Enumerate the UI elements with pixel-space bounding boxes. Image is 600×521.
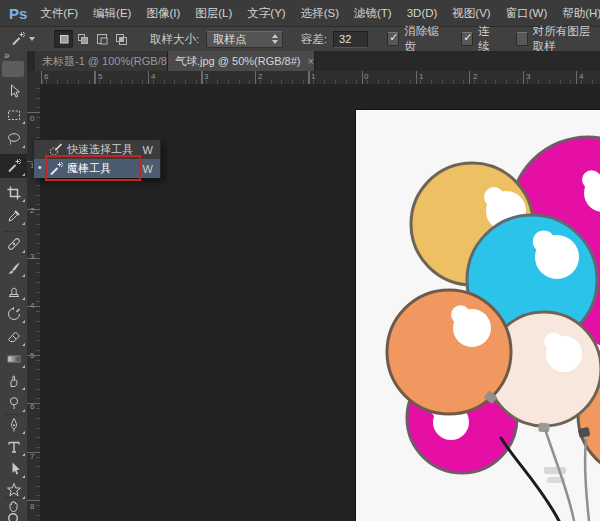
pen-tool[interactable] xyxy=(0,414,27,436)
flyout-indicator-icon xyxy=(22,222,25,225)
type-tool[interactable] xyxy=(0,436,27,458)
brush-tool[interactable] xyxy=(0,257,27,279)
ruler-label: 3 xyxy=(30,252,34,261)
move-tool[interactable] xyxy=(0,80,27,102)
flyout-indicator-icon xyxy=(22,274,25,277)
rectangular-marquee-tool[interactable] xyxy=(0,104,27,126)
spot-healing-brush-tool[interactable] xyxy=(0,233,27,255)
checkbox-连续[interactable]: 连续 xyxy=(461,24,497,54)
flyout-indicator-icon xyxy=(22,250,25,253)
flyout-indicator-icon xyxy=(22,409,25,412)
menu-i[interactable]: 图像(I) xyxy=(146,6,180,21)
balloon-image xyxy=(356,110,600,521)
ruler-label: 6 xyxy=(30,402,34,411)
toolbar-separator xyxy=(4,414,23,415)
menu-v[interactable]: 视图(V) xyxy=(452,6,490,21)
balloon-knot xyxy=(538,423,550,433)
ruler-label: 3 xyxy=(204,72,208,81)
ruler-corner xyxy=(27,71,41,85)
eraser-tool[interactable] xyxy=(0,326,27,348)
ruler-label: 2 xyxy=(473,72,477,81)
menu-items: 文件(F)编辑(E)图像(I)图层(L)文字(Y)选择(S)滤镜(T)3D(D)… xyxy=(40,6,600,21)
sample-size-dropdown[interactable]: 取样点 xyxy=(206,31,283,48)
checkbox-消除锯齿[interactable]: 消除锯齿 xyxy=(387,24,442,54)
checkbox-icon[interactable] xyxy=(516,32,528,46)
menu-dd[interactable]: 3D(D) xyxy=(407,7,438,19)
ruler-label: 6 xyxy=(44,72,48,81)
selection-mode-buttons xyxy=(54,30,130,48)
ruler-label: 1 xyxy=(419,72,423,81)
magic-wand-icon xyxy=(10,31,26,47)
tab-untitled-1[interactable]: 未标题-1 @ 100%(RGB/8) * × xyxy=(35,51,168,71)
flyout-indicator-icon xyxy=(22,145,25,148)
options-bar: 取样大小: 取样点 容差: 32 消除锯齿连续对所有图层取样 xyxy=(0,27,600,52)
tab-title: 未标题-1 @ 100%(RGB/8) * xyxy=(42,54,168,69)
checkbox-icon[interactable] xyxy=(387,32,399,46)
menu-e[interactable]: 编辑(E) xyxy=(93,6,131,21)
tool-preset-picker[interactable] xyxy=(7,29,38,49)
annotation-red-rectangle xyxy=(45,155,141,181)
lasso-tool[interactable] xyxy=(0,128,27,150)
ruler-label: 1 xyxy=(311,72,315,81)
path-selection-tool[interactable] xyxy=(0,458,27,480)
dodge-tool[interactable] xyxy=(0,392,27,414)
tab-balloon-jpg[interactable]: 气球.jpg @ 50%(RGB/8#) × xyxy=(168,51,315,71)
ruler-label: 0 xyxy=(364,72,368,81)
smudge-tool[interactable] xyxy=(0,370,27,392)
flyout-indicator-icon xyxy=(22,365,25,368)
watermark xyxy=(547,477,565,483)
clone-stamp-tool[interactable] xyxy=(0,280,27,302)
magic-wand-tool[interactable] xyxy=(0,154,27,178)
zoom-tool[interactable] xyxy=(0,508,27,521)
ruler-label: 4 xyxy=(151,72,155,81)
collapse-panel-button[interactable]: » xyxy=(4,50,11,61)
eyedropper-tool[interactable] xyxy=(0,205,27,227)
horizontal-ruler: 65432101234 xyxy=(40,71,600,85)
balloon-string xyxy=(585,440,589,521)
subtract-from-selection-button[interactable] xyxy=(92,30,111,48)
flyout-indicator-icon xyxy=(22,320,25,323)
checkbox-label: 对所有图层取样 xyxy=(533,24,600,54)
menu-f[interactable]: 文件(F) xyxy=(40,6,78,21)
chevron-down-icon xyxy=(29,37,35,41)
flyout-indicator-icon xyxy=(22,475,25,478)
watermark xyxy=(544,467,566,474)
tolerance-input[interactable]: 32 xyxy=(333,31,368,48)
flyout-indicator-icon xyxy=(22,453,25,456)
menu-t[interactable]: 滤镜(T) xyxy=(354,6,392,21)
sample-size-value: 取样点 xyxy=(213,32,246,47)
ruler-label: 7 xyxy=(30,452,34,461)
ruler-label: 0 xyxy=(30,114,34,123)
menu-bar: Ps 文件(F)编辑(E)图像(I)图层(L)文字(Y)选择(S)滤镜(T)3D… xyxy=(0,0,600,27)
menu-h[interactable]: 帮助(H) xyxy=(562,6,600,21)
flyout-indicator-icon xyxy=(22,121,25,124)
ruler-label: 3 xyxy=(526,72,530,81)
menu-s[interactable]: 选择(S) xyxy=(301,6,339,21)
canvas[interactable] xyxy=(356,110,600,521)
flyout-indicator-icon xyxy=(22,431,25,434)
history-brush-tool[interactable] xyxy=(0,303,27,325)
menu-l[interactable]: 图层(L) xyxy=(195,6,232,21)
menu-y[interactable]: 文字(Y) xyxy=(247,6,285,21)
add-to-selection-button[interactable] xyxy=(73,30,92,48)
panel-grip[interactable] xyxy=(2,61,24,77)
ruler-label: 4 xyxy=(579,72,583,81)
intersect-selection-button[interactable] xyxy=(111,30,130,48)
gradient-tool[interactable] xyxy=(0,348,27,370)
ruler-label: 8 xyxy=(30,502,34,511)
ruler-label: 2 xyxy=(258,72,262,81)
new-selection-button[interactable] xyxy=(54,30,73,48)
photoshop-window: Ps 文件(F)编辑(E)图像(I)图层(L)文字(Y)选择(S)滤镜(T)3D… xyxy=(0,0,600,521)
checkbox-icon[interactable] xyxy=(461,32,473,46)
toolbar-separator xyxy=(4,231,23,232)
document-tab-bar: 未标题-1 @ 100%(RGB/8) * × 气球.jpg @ 50%(RGB… xyxy=(27,51,600,71)
shortcut-key: W xyxy=(143,163,153,175)
crop-tool[interactable] xyxy=(0,182,27,204)
sample-size-label: 取样大小: xyxy=(150,32,199,47)
menu-w[interactable]: 窗口(W) xyxy=(506,6,548,21)
checkbox-对所有图层取样[interactable]: 对所有图层取样 xyxy=(516,24,600,54)
close-icon[interactable]: × xyxy=(308,55,314,67)
selected-bullet-icon: • xyxy=(38,162,42,173)
shortcut-key: W xyxy=(143,144,153,156)
checkbox-label: 消除锯齿 xyxy=(404,24,442,54)
